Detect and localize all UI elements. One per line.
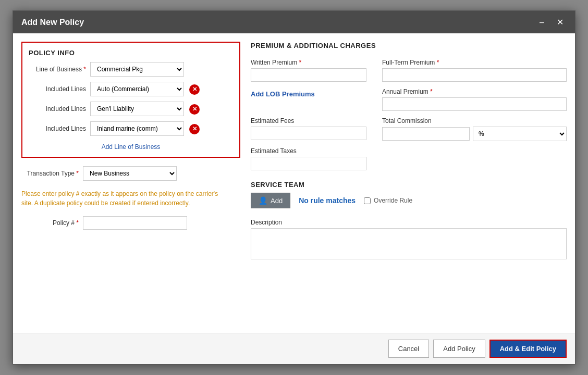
written-premium-input[interactable]: 1139.00: [251, 68, 366, 82]
description-section: Description: [251, 219, 567, 261]
service-team-section: SERVICE TEAM Add No rule matches Overrid…: [251, 181, 567, 208]
included-lines-row-3: Included Lines Auto (Commercial) Gen'l L…: [29, 121, 233, 136]
transaction-type-row: Transaction Type * New Business Renewal …: [21, 166, 240, 181]
service-team-title: SERVICE TEAM: [251, 181, 567, 189]
override-rule-row: Override Rule: [364, 197, 412, 204]
remove-included-line-1-button[interactable]: [188, 83, 201, 95]
included-lines-label-1: Included Lines: [29, 85, 86, 93]
annual-premium-input[interactable]: [382, 97, 567, 111]
annual-premium-label: Annual Premium *: [382, 88, 567, 95]
add-new-policy-modal: Add New Policy – ✕ POLICY INFO Line of B…: [13, 10, 575, 365]
no-rule-matches-text: No rule matches: [299, 196, 356, 205]
policy-number-row: Policy # *: [21, 216, 240, 230]
add-edit-policy-button[interactable]: Add & Edit Policy: [489, 340, 567, 358]
policy-info-title: POLICY INFO: [29, 49, 233, 57]
premium-section-title: PREMIUM & ADDITIONAL CHARGES: [251, 42, 567, 49]
total-commission-label: Total Commission: [382, 117, 567, 124]
transaction-type-label: Transaction Type *: [21, 170, 79, 177]
cancel-button[interactable]: Cancel: [388, 340, 429, 358]
remove-included-line-3-button[interactable]: [188, 123, 201, 134]
person-icon: [259, 196, 267, 205]
estimated-fees-group: Estimated Fees: [251, 117, 366, 141]
override-rule-checkbox[interactable]: [364, 197, 371, 204]
line-of-business-row: Line of Business * Commercial Pkg Auto P…: [29, 62, 233, 77]
included-lines-row-2: Included Lines Auto (Commercial) Gen'l L…: [29, 102, 233, 116]
add-line-of-business-link[interactable]: Add Line of Business: [29, 143, 233, 151]
add-lob-premiums-link[interactable]: Add LOB Premiums: [251, 90, 315, 98]
close-button[interactable]: ✕: [554, 16, 567, 28]
included-lines-label-2: Included Lines: [29, 105, 86, 113]
override-rule-label: Override Rule: [374, 197, 412, 204]
transaction-type-select[interactable]: New Business Renewal Endorsement: [83, 166, 177, 181]
included-lines-select-3[interactable]: Auto (Commercial) Gen'l Liability Inland…: [90, 121, 184, 136]
full-term-premium-group: Full-Term Premium * $1,139.00: [382, 59, 567, 82]
estimated-fees-input[interactable]: [251, 127, 366, 140]
total-commission-group: Total Commission % $: [382, 117, 567, 141]
policy-number-input[interactable]: [83, 216, 187, 230]
included-lines-select-2[interactable]: Auto (Commercial) Gen'l Liability Inland…: [90, 102, 184, 116]
add-policy-button[interactable]: Add Policy: [433, 340, 485, 358]
included-lines-select-1[interactable]: Auto (Commercial) Gen'l Liability Inland…: [90, 82, 184, 96]
line-of-business-select[interactable]: Commercial Pkg Auto Property Liability: [90, 62, 184, 77]
left-panel: POLICY INFO Line of Business * Commercia…: [21, 42, 240, 324]
annual-premium-group: Annual Premium *: [382, 88, 567, 111]
header-controls: – ✕: [536, 16, 567, 28]
modal-footer: Cancel Add Policy Add & Edit Policy: [13, 333, 575, 364]
policy-number-label: Policy # *: [21, 219, 79, 227]
line-of-business-label: Line of Business *: [29, 66, 86, 73]
written-premium-group: Written Premium * 1139.00: [251, 59, 366, 82]
full-term-premium-label: Full-Term Premium *: [382, 59, 567, 66]
right-panel: PREMIUM & ADDITIONAL CHARGES Written Pre…: [251, 42, 567, 324]
estimated-fees-label: Estimated Fees: [251, 117, 366, 124]
estimated-taxes-group: Estimated Taxes: [251, 147, 366, 170]
written-premium-label: Written Premium *: [251, 59, 366, 66]
commission-row: % $: [382, 127, 567, 141]
add-lob-premiums-col: Add LOB Premiums: [251, 88, 366, 111]
policy-info-box: POLICY INFO Line of Business * Commercia…: [21, 42, 240, 158]
modal-body: POLICY INFO Line of Business * Commercia…: [13, 33, 575, 333]
estimated-taxes-label: Estimated Taxes: [251, 147, 366, 155]
description-label: Description: [251, 219, 567, 226]
policy-warning-text: Please enter policy # exactly as it appe…: [21, 189, 230, 208]
modal-title: Add New Policy: [21, 18, 84, 27]
service-team-row: Add No rule matches Override Rule: [251, 193, 567, 208]
minimize-button[interactable]: –: [536, 17, 547, 28]
modal-header: Add New Policy – ✕: [13, 11, 575, 33]
full-term-premium-input[interactable]: $1,139.00: [382, 68, 567, 82]
included-lines-row-1: Included Lines Auto (Commercial) Gen'l L…: [29, 82, 233, 96]
included-lines-label-3: Included Lines: [29, 125, 86, 132]
commission-type-select[interactable]: % $: [473, 127, 567, 141]
estimated-taxes-input[interactable]: [251, 157, 366, 170]
add-team-label: Add: [271, 197, 283, 205]
remove-included-line-2-button[interactable]: [188, 103, 201, 115]
description-input[interactable]: [251, 228, 567, 259]
total-commission-input[interactable]: [382, 127, 470, 141]
add-team-button[interactable]: Add: [251, 193, 290, 208]
